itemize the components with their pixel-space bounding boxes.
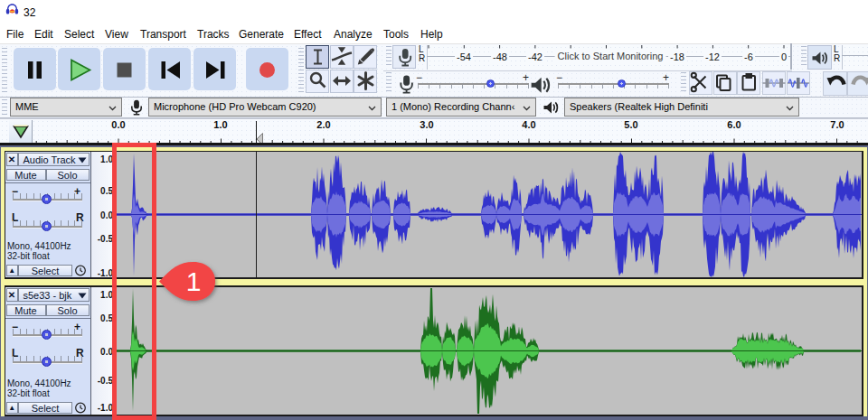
svg-text:1: 1: [186, 266, 202, 296]
